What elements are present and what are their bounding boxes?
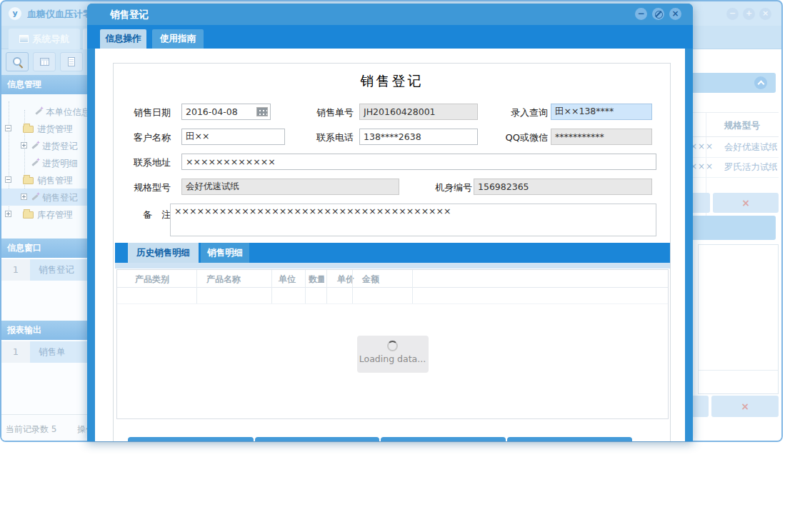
action-button-3[interactable] bbox=[381, 437, 506, 441]
grid-cell-spec: 会好优速试纸 bbox=[724, 141, 777, 154]
form-heading: 销售登记 bbox=[114, 72, 670, 91]
tree-item-purchase-detail[interactable]: 进货明细 bbox=[1, 154, 89, 171]
tool-icon bbox=[34, 106, 44, 116]
sidebar: 信息管理 本单位信息 进货管理 进货登记 进货明细 bbox=[1, 75, 89, 442]
tab-info-operation[interactable]: 信息操作 bbox=[100, 29, 146, 49]
calendar-icon[interactable] bbox=[256, 107, 268, 116]
folder-icon bbox=[23, 126, 34, 133]
tree-item-inventory-mgmt[interactable]: 库存管理 bbox=[1, 206, 89, 223]
customer-name-input[interactable] bbox=[181, 129, 285, 145]
detail-tabstrip: 历史销售明细 销售明细 bbox=[115, 243, 670, 263]
report-row[interactable]: 1 销售单 bbox=[1, 341, 89, 363]
loading-indicator: Loading data... bbox=[357, 336, 429, 373]
tab-history-sales-detail[interactable]: 历史销售明细 bbox=[128, 243, 199, 263]
row-index: 1 bbox=[1, 341, 30, 363]
row-divider bbox=[117, 303, 668, 304]
serial-no-label: 机身编号 bbox=[421, 181, 472, 194]
search-icon bbox=[12, 56, 23, 67]
dialog-body: 销售登记 销售日期 销售单号 录入查询 客户名称 联系电话 QQ或微信 联系地址… bbox=[95, 49, 685, 441]
expand-plus-icon[interactable] bbox=[5, 211, 11, 217]
detail-substrip bbox=[115, 263, 670, 268]
column-separator bbox=[326, 270, 327, 303]
grid-cell-spec: 罗氏活力试纸 bbox=[724, 161, 777, 174]
tree-item-company-info[interactable]: 本单位信息 bbox=[1, 103, 89, 120]
action-button-2[interactable] bbox=[255, 437, 379, 441]
row-label: 销售单 bbox=[30, 341, 89, 363]
close-icon[interactable]: × bbox=[669, 8, 681, 20]
sidebar-section-info-mgmt[interactable]: 信息管理 bbox=[1, 75, 89, 94]
spec-model-input bbox=[181, 179, 399, 195]
header-divider bbox=[117, 287, 668, 288]
column-separator bbox=[271, 270, 272, 303]
address-label: 联系地址 bbox=[119, 156, 171, 169]
search-button[interactable] bbox=[6, 52, 29, 71]
remark-label: 备 注 bbox=[119, 209, 171, 221]
entry-query-input[interactable] bbox=[551, 104, 652, 120]
expand-plus-icon[interactable] bbox=[21, 142, 27, 149]
delete-row-button-2[interactable]: × bbox=[711, 396, 779, 417]
sale-no-label: 销售单号 bbox=[302, 106, 354, 119]
phone-label: 联系电话 bbox=[302, 131, 354, 144]
spec-column-header: 规格型号 bbox=[724, 120, 760, 132]
tree-item-purchase-register[interactable]: 进货登记 bbox=[1, 137, 89, 154]
grid-cell-masked: ××× bbox=[690, 141, 714, 151]
grid-button[interactable] bbox=[33, 52, 56, 71]
grid-cell-masked: ××× bbox=[690, 161, 714, 171]
tab-user-guide[interactable]: 使用指南 bbox=[152, 29, 204, 49]
action-button-4[interactable] bbox=[507, 437, 632, 441]
tree-item-sales-mgmt[interactable]: 销售管理 bbox=[1, 171, 89, 189]
close-icon[interactable]: × bbox=[759, 8, 771, 20]
main-toolbar bbox=[1, 49, 89, 75]
window-box-icon bbox=[19, 35, 29, 43]
app-icon: y bbox=[9, 7, 21, 20]
col-quantity[interactable]: 数量 bbox=[309, 273, 324, 286]
tab-system-navigation[interactable]: 系统导航 bbox=[9, 29, 80, 49]
header-divider bbox=[681, 136, 779, 137]
maximize-icon[interactable]: + bbox=[743, 8, 755, 20]
col-unit[interactable]: 单位 bbox=[279, 273, 296, 286]
no-entry-icon[interactable] bbox=[652, 8, 664, 20]
document-button[interactable] bbox=[60, 52, 83, 71]
column-separator bbox=[196, 270, 197, 303]
entry-query-label: 录入查询 bbox=[498, 106, 548, 119]
qq-wechat-label: QQ或微信 bbox=[498, 131, 548, 144]
tree-item-sales-register[interactable]: 销售登记 bbox=[1, 189, 89, 206]
collapse-minus-icon[interactable] bbox=[5, 125, 11, 131]
col-product-category[interactable]: 产品类别 bbox=[135, 273, 169, 286]
qq-wechat-input bbox=[551, 129, 652, 145]
row-label: 销售登记 bbox=[30, 259, 89, 281]
sidebar-section-info-window[interactable]: 信息窗口 bbox=[1, 239, 89, 258]
collapse-minus-icon[interactable] bbox=[5, 176, 11, 183]
delete-x-icon: × bbox=[741, 401, 749, 412]
tab-sales-detail[interactable]: 销售明细 bbox=[201, 243, 249, 263]
dialog-controls: − × bbox=[635, 8, 681, 20]
dialog-tabstrip: 信息操作 使用指南 bbox=[87, 25, 693, 49]
status-bar: 当前记录数 5 操作 bbox=[1, 414, 89, 442]
tree-item-purchase-mgmt[interactable]: 进货管理 bbox=[1, 120, 89, 137]
minimize-icon[interactable]: − bbox=[726, 8, 739, 20]
address-input[interactable] bbox=[181, 154, 656, 170]
column-separator bbox=[352, 270, 353, 303]
expand-plus-icon[interactable] bbox=[21, 194, 27, 200]
detail-table: 产品类别 产品名称 单位 数量 单价 金额 Loading data... bbox=[116, 269, 669, 419]
dialog-title: 销售登记 bbox=[110, 9, 149, 21]
action-button-1[interactable] bbox=[128, 437, 254, 441]
minimize-icon[interactable]: − bbox=[635, 8, 647, 20]
column-separator bbox=[412, 270, 413, 303]
col-product-name[interactable]: 产品名称 bbox=[206, 273, 241, 286]
row-index: 1 bbox=[1, 259, 30, 281]
chevron-up-icon bbox=[757, 81, 764, 88]
loading-text: Loading data... bbox=[357, 353, 429, 364]
sales-register-dialog: 销售登记 − × 信息操作 使用指南 销售登记 销售日期 销售单号 录入查询 客… bbox=[87, 4, 693, 441]
delete-row-button[interactable]: × bbox=[713, 193, 779, 213]
remark-textarea[interactable]: ××××××××××××××××××××××××××××××××××××× bbox=[170, 204, 656, 236]
nav-tree: 本单位信息 进货管理 进货登记 进货明细 销售管理 bbox=[1, 94, 89, 239]
collapse-button[interactable] bbox=[754, 76, 767, 89]
sales-form-panel: 销售登记 销售日期 销售单号 录入查询 客户名称 联系电话 QQ或微信 联系地址… bbox=[113, 63, 671, 441]
sidebar-section-report-output[interactable]: 报表输出 bbox=[1, 321, 89, 340]
phone-input[interactable] bbox=[359, 129, 478, 145]
col-amount[interactable]: 金额 bbox=[362, 273, 379, 286]
info-window-row[interactable]: 1 销售登记 bbox=[1, 259, 89, 281]
folder-icon bbox=[23, 177, 34, 184]
sale-date-label: 销售日期 bbox=[119, 106, 171, 119]
